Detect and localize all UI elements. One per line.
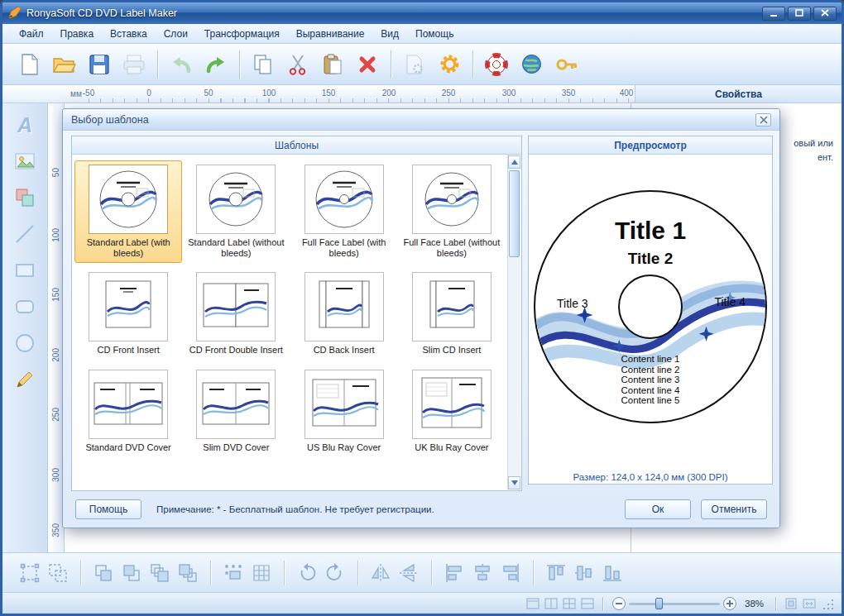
- select-tool-icon[interactable]: [16, 559, 44, 587]
- align-right-icon[interactable]: [496, 559, 525, 587]
- rotate-left-icon[interactable]: [293, 559, 321, 587]
- help-button[interactable]: Помощь: [75, 499, 141, 519]
- fit-page-icon[interactable]: [783, 596, 799, 611]
- page-setup-icon[interactable]: [397, 47, 432, 82]
- template-cd-back-insert[interactable]: CD Back Insert: [290, 268, 398, 360]
- bring-forward-icon[interactable]: [89, 559, 117, 587]
- preview-title-2: Title 2: [535, 250, 765, 268]
- align-left-icon[interactable]: [440, 559, 468, 587]
- send-backward-icon[interactable]: [117, 559, 146, 587]
- menu-file[interactable]: Файл: [11, 26, 52, 42]
- pencil-tool[interactable]: [9, 365, 41, 394]
- minimize-button[interactable]: [762, 7, 785, 21]
- arrange-toolbar: [2, 552, 842, 592]
- template-cd-front-double-insert[interactable]: CD Front Double Insert: [182, 268, 290, 360]
- template-slim-dvd-cover[interactable]: Slim DVD Cover: [182, 365, 290, 457]
- zoom-out-button[interactable]: [612, 597, 626, 610]
- align-middle-vertical-icon[interactable]: [570, 559, 598, 587]
- paste-icon[interactable]: [315, 47, 350, 82]
- scrollbar-thumb[interactable]: [509, 170, 520, 257]
- menu-view[interactable]: Вид: [372, 26, 407, 42]
- align-top-icon[interactable]: [542, 559, 570, 587]
- text-tool[interactable]: A: [9, 110, 41, 140]
- resize-grip[interactable]: [823, 598, 835, 609]
- view-split-icon[interactable]: [543, 596, 559, 611]
- zoom-in-button[interactable]: [723, 597, 736, 610]
- menu-layers[interactable]: Слои: [156, 26, 196, 42]
- delete-icon[interactable]: [350, 47, 385, 82]
- open-folder-icon[interactable]: [47, 47, 82, 82]
- shape-tool[interactable]: [9, 183, 41, 212]
- template-label: Full Face Label (with bleeds): [293, 237, 396, 259]
- preview-title-3: Title 3: [557, 297, 588, 310]
- menu-edit[interactable]: Правка: [52, 26, 103, 42]
- bluray-cover-thumbnail: [305, 370, 384, 439]
- templates-scrollbar[interactable]: [507, 155, 520, 489]
- scroll-down-icon[interactable]: [508, 476, 520, 489]
- menu-insert[interactable]: Вставка: [102, 26, 156, 42]
- template-us-blu-ray-cover[interactable]: US Blu Ray Cover: [290, 365, 398, 457]
- align-center-horizontal-icon[interactable]: [468, 559, 496, 587]
- undo-icon[interactable]: [164, 47, 199, 82]
- menubar: Файл Правка Вставка Слои Трансформация В…: [2, 24, 842, 44]
- align-to-grid-icon[interactable]: [219, 559, 247, 587]
- zoom-slider[interactable]: [629, 597, 720, 610]
- maximize-button[interactable]: [788, 7, 811, 21]
- cd-disc-thumbnail: [305, 165, 384, 234]
- template-standard-dvd-cover[interactable]: Standard DVD Cover: [74, 365, 182, 457]
- copy-icon[interactable]: [246, 47, 281, 82]
- ruler-tick: 50: [204, 88, 213, 98]
- titlebar: RonyaSoft CD DVD Label Maker: [2, 2, 842, 24]
- send-to-back-icon[interactable]: [174, 559, 202, 587]
- multi-select-icon[interactable]: [44, 559, 72, 587]
- help-lifebuoy-icon[interactable]: [479, 47, 514, 82]
- rectangle-tool[interactable]: [9, 255, 41, 285]
- settings-gear-icon[interactable]: [432, 47, 467, 82]
- view-rows-icon[interactable]: [579, 596, 596, 611]
- zoom-slider-thumb[interactable]: [655, 598, 663, 609]
- menu-align[interactable]: Выравнивание: [288, 26, 373, 42]
- template-uk-blu-ray-cover[interactable]: UK Blu Ray Cover: [398, 365, 506, 457]
- web-globe-icon[interactable]: [514, 47, 549, 82]
- template-slim-cd-insert[interactable]: Slim CD Insert: [398, 268, 506, 360]
- flip-horizontal-icon[interactable]: [367, 559, 395, 587]
- ruler-tick: 200: [382, 88, 396, 98]
- menu-help[interactable]: Помощь: [407, 26, 462, 42]
- new-document-icon[interactable]: [12, 47, 47, 82]
- flip-vertical-icon[interactable]: [395, 559, 423, 587]
- close-button[interactable]: [813, 7, 837, 21]
- grid-icon[interactable]: [247, 559, 276, 587]
- template-full-face-no-bleeds[interactable]: Full Face Label (without bleeds): [398, 160, 506, 263]
- rounded-rectangle-tool[interactable]: [9, 292, 41, 322]
- align-bottom-icon[interactable]: [598, 559, 626, 587]
- cut-icon[interactable]: [281, 47, 315, 82]
- dialog-close-button[interactable]: [755, 113, 771, 127]
- template-full-face-bleeds[interactable]: Full Face Label (with bleeds): [290, 160, 398, 263]
- template-standard-label-no-bleeds[interactable]: Standard Label (without bleeds): [182, 160, 290, 263]
- cancel-button[interactable]: Отменить: [701, 499, 767, 519]
- print-icon[interactable]: [117, 47, 151, 82]
- ruler-tick: 350: [51, 523, 60, 537]
- statusbar-separator: [602, 597, 603, 610]
- template-standard-label-bleeds[interactable]: Standard Label (with bleeds): [74, 160, 182, 263]
- menu-transform[interactable]: Трансформация: [196, 26, 288, 42]
- ellipse-icon: [12, 331, 37, 356]
- template-cd-front-insert[interactable]: CD Front Insert: [74, 268, 182, 360]
- insert-thumbnail: [89, 272, 168, 341]
- bring-to-front-icon[interactable]: [146, 559, 174, 587]
- ok-button[interactable]: Ок: [625, 499, 691, 519]
- image-tool[interactable]: [9, 146, 41, 176]
- preview-section: Предпросмотр Title 1 Title: [528, 136, 773, 485]
- register-key-icon[interactable]: [549, 47, 583, 82]
- ellipse-tool[interactable]: [9, 328, 41, 358]
- rotate-right-icon[interactable]: [321, 559, 349, 587]
- toolbar-separator: [472, 50, 473, 79]
- fit-width-icon[interactable]: [801, 596, 818, 611]
- scroll-up-icon[interactable]: [508, 155, 520, 169]
- view-grid-icon[interactable]: [561, 596, 578, 611]
- redo-icon[interactable]: [199, 47, 233, 82]
- save-icon[interactable]: [82, 47, 117, 82]
- view-normal-icon[interactable]: [525, 596, 541, 611]
- line-tool[interactable]: [9, 219, 41, 249]
- ruler-tick: 200: [51, 348, 60, 362]
